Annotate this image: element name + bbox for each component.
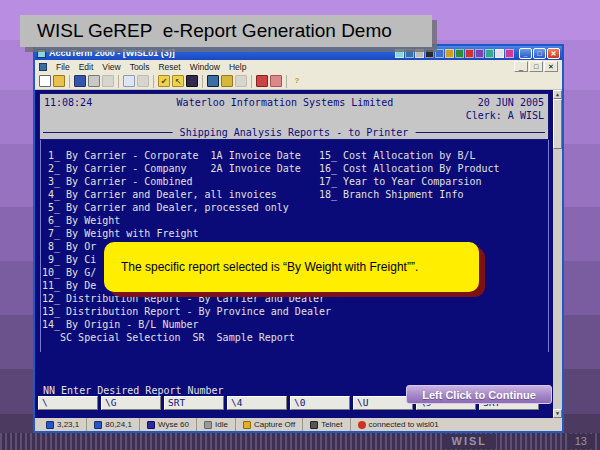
toolbar-separator	[286, 75, 287, 88]
printer-icon	[204, 421, 212, 429]
close-button[interactable]: ✕	[547, 48, 560, 59]
mdi-restore-button[interactable]: □	[529, 61, 543, 72]
window-titlebar[interactable]: AccuTerm 2000 - [WISL01 (3)] _ □ ✕	[35, 46, 562, 60]
page-number: 13	[568, 434, 594, 449]
print-icon[interactable]	[88, 75, 100, 87]
function-key-6[interactable]: \U	[353, 396, 413, 410]
save-icon[interactable]	[74, 75, 86, 87]
new-file-icon[interactable]	[39, 75, 51, 87]
terminal-header: 11:08:24 Waterloo Information Systems Li…	[39, 93, 549, 140]
function-key-2[interactable]: \G	[101, 396, 161, 410]
scrollbar-thumb[interactable]	[553, 99, 562, 149]
telnet-icon	[310, 421, 318, 429]
monitor-icon	[94, 421, 102, 429]
monitor-icon[interactable]	[207, 75, 219, 87]
function-key-1[interactable]: \	[38, 396, 98, 410]
status-printer: Idle	[197, 418, 236, 431]
tray-icon[interactable]	[465, 49, 474, 58]
kermit-icon[interactable]	[270, 75, 282, 87]
toolbar-separator	[202, 75, 203, 88]
capture-off-icon[interactable]	[235, 75, 247, 87]
accuterm-window: AccuTerm 2000 - [WISL01 (3)] _ □ ✕	[33, 44, 564, 433]
terminal-company: Waterloo Information Systems Limited	[177, 96, 394, 109]
toolbar-separator	[69, 75, 70, 88]
function-key-4[interactable]: \4	[227, 396, 287, 410]
tray-icon[interactable]	[495, 49, 504, 58]
callout-box: The specific report selected is “By Weig…	[104, 242, 479, 292]
help-icon[interactable]	[291, 75, 303, 87]
terminal-subtitle: Shipping Analysis Reports - to Printer	[173, 126, 416, 139]
stop-icon[interactable]	[102, 75, 114, 87]
monitor-icon	[46, 421, 54, 429]
mdi-close-button[interactable]: ✕	[544, 61, 558, 72]
menu-edit[interactable]: Edit	[79, 62, 94, 72]
function-key-5[interactable]: \0	[290, 396, 350, 410]
paste-icon[interactable]	[137, 75, 149, 87]
function-key-3[interactable]: SRT	[164, 396, 224, 410]
capture-icon	[243, 421, 251, 429]
callout-text: The specific report selected is “By Weig…	[121, 260, 418, 274]
status-bar: 3,23,1 80,24,1 Wyse 60 Idle Capture Off …	[35, 418, 562, 431]
menu-reset[interactable]: Reset	[158, 62, 180, 72]
edit-settings-icon[interactable]	[158, 75, 170, 87]
toolbar-separator	[118, 75, 119, 88]
terminal-date: 20 JUN 2005	[478, 96, 544, 109]
scroll-down-icon[interactable]: ▼	[553, 409, 562, 418]
tray-icon[interactable]	[435, 49, 444, 58]
status-protocol: Telnet	[303, 418, 350, 431]
tray-icon[interactable]	[425, 49, 434, 58]
capture-on-icon[interactable]	[221, 75, 233, 87]
break-icon[interactable]	[256, 75, 268, 87]
minimize-button[interactable]: _	[519, 48, 532, 59]
vertical-scrollbar[interactable]: ▲ ▼	[553, 90, 562, 418]
presentation-slide: AccuTerm 2000 - [WISL01 (3)] _ □ ✕	[0, 0, 600, 450]
tray-icon[interactable]	[475, 49, 484, 58]
status-capture: Capture Off	[236, 418, 303, 431]
slide-title: WISL GeREP e-Report Generation Demo	[20, 15, 432, 47]
footer-brand: WISL	[443, 434, 497, 449]
terminal-clerk: Clerk: A WISL	[40, 109, 548, 122]
tray-icon[interactable]	[405, 49, 414, 58]
menu-help[interactable]: Help	[229, 62, 246, 72]
toolbar	[35, 73, 562, 90]
mdi-minimize-button[interactable]: _	[514, 61, 528, 72]
status-cursor-position: 3,23,1	[39, 418, 87, 431]
tray-icon[interactable]	[395, 49, 404, 58]
toolbar-separator	[153, 75, 154, 88]
open-icon[interactable]	[53, 75, 65, 87]
phonebook-icon[interactable]	[186, 75, 198, 87]
status-screen-size: 80,24,1	[87, 418, 140, 431]
tray-icon[interactable]	[445, 49, 454, 58]
tray-icon[interactable]	[505, 49, 514, 58]
status-connection: connected to wisl01	[351, 418, 446, 431]
connection-icon	[358, 421, 366, 429]
scroll-up-icon[interactable]: ▲	[553, 90, 562, 99]
terminal-time: 11:08:24	[44, 96, 92, 109]
tray-icon[interactable]	[415, 49, 424, 58]
menu-bar: File Edit View Tools Reset Window Help _…	[35, 60, 562, 73]
footer-filmstrip: WISL 13	[0, 433, 600, 450]
tray-icon[interactable]	[455, 49, 464, 58]
restore-button[interactable]: □	[533, 48, 546, 59]
menu-file[interactable]: File	[56, 62, 70, 72]
status-emulation: Wyse 60	[140, 418, 197, 431]
menu-view[interactable]: View	[102, 62, 120, 72]
continue-button[interactable]: Left Click to Continue	[406, 385, 552, 404]
emulation-icon	[147, 421, 155, 429]
accuterm-app-icon	[37, 49, 46, 58]
window-title: AccuTerm 2000 - [WISL01 (3)]	[49, 48, 395, 58]
copy-icon[interactable]	[123, 75, 135, 87]
menu-window[interactable]: Window	[190, 62, 220, 72]
tray-icon[interactable]	[485, 49, 494, 58]
titlebar-tray	[395, 49, 514, 58]
select-icon[interactable]	[172, 75, 184, 87]
toolbar-separator	[251, 75, 252, 88]
mdi-child-icon	[39, 63, 47, 71]
menu-tools[interactable]: Tools	[130, 62, 150, 72]
